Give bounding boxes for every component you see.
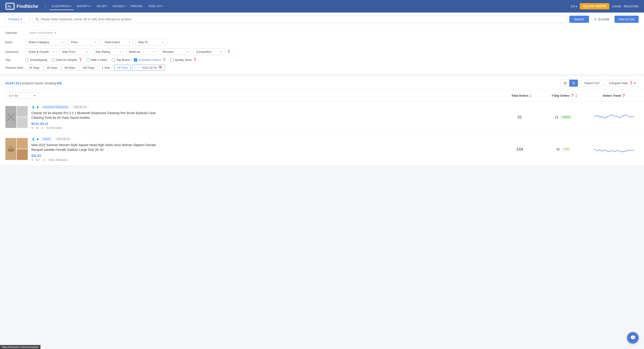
total-orders-col-label: Total Orders <box>512 94 528 97</box>
date-90-days[interactable]: 90 Days <box>62 65 78 71</box>
tag-dropshipping[interactable]: Dropshipping <box>26 58 47 62</box>
exclude-button[interactable]: ▼ Exclude <box>591 16 612 23</box>
advanced-help-icon[interactable]: ❓ <box>227 50 230 54</box>
date-14-days[interactable]: 14 Days <box>26 65 42 71</box>
compare-date-dropdown[interactable]: Compare Date ❓ ▾ <box>606 80 639 86</box>
rating-2: 4.9(21 Reviews) <box>48 158 67 162</box>
order-growth-filter[interactable]: Order & Growth ▾ <box>26 49 57 55</box>
tag-with-video[interactable]: With A Video <box>86 58 107 62</box>
date-30-days[interactable]: 30 Days <box>44 65 60 71</box>
compare-date-help[interactable]: ❓ <box>629 82 633 85</box>
nav-niches[interactable]: NICHES ▾ <box>110 3 128 10</box>
with-video-checkbox[interactable] <box>86 58 90 62</box>
nav-right: EN ▾ SELLER CENTER LOGIN REGISTER <box>571 3 639 10</box>
ship-to-filter[interactable]: Ship To ▾ <box>135 39 166 46</box>
filter-icon: ▼ <box>594 18 597 21</box>
col-total-orders-header: Total Orders ▲▼ <box>504 94 539 98</box>
orders-trend-val-1 <box>590 111 639 123</box>
sold-shopify-label: Sold On Shopify <box>56 58 77 62</box>
order-growth-chevron: ▾ <box>53 51 54 53</box>
logo[interactable]: Fn FindNiche <box>5 3 38 10</box>
date-1-year[interactable]: 1 Year <box>99 65 113 71</box>
top-brand-checkbox[interactable] <box>112 58 115 62</box>
seller-center-button[interactable]: SELLER CENTER <box>580 3 609 10</box>
language-selector[interactable]: EN ▾ <box>571 5 577 8</box>
table-header: Sort By ▾ Total Orders ▲▼ 7-Day Orders ❓… <box>0 90 644 101</box>
price-chevron: ▾ <box>95 41 96 43</box>
nav-pricing[interactable]: PRICING <box>128 3 145 10</box>
orders-trend-val-2 <box>590 143 639 155</box>
list-view-button[interactable]: ☰ <box>569 80 578 87</box>
grid-view-button[interactable]: ⊞ <box>561 80 569 87</box>
sort-by-label: Sort By <box>9 94 18 97</box>
showing-count: 600 <box>57 82 62 85</box>
star-rating-filter[interactable]: Star Rating ▾ <box>92 49 124 55</box>
top-brand-label: Top Brand <box>116 58 130 62</box>
star-rating-label: Star Rating <box>96 50 110 54</box>
total-orders-filter[interactable]: Total Orders ▾ <box>102 39 133 46</box>
register-link[interactable]: REGISTER <box>624 5 639 8</box>
wishlist-count-2: 527 <box>36 158 40 162</box>
export-csv-button[interactable]: Export CSV <box>581 80 604 86</box>
nav-aliexpress[interactable]: ALIEXPRESS ▾ <box>49 3 74 10</box>
dropshipping-label: Dropshipping <box>30 58 47 62</box>
category-tag-1[interactable]: Consumer Electronics <box>41 105 70 109</box>
calendar-icon[interactable]: 📅 <box>158 66 162 69</box>
quality-store-help[interactable]: ❓ <box>193 58 196 62</box>
search-input[interactable] <box>41 18 564 21</box>
login-link[interactable]: LOGIN <box>612 5 621 8</box>
nav-shopify[interactable]: SHOPIFY ▾ <box>74 3 94 10</box>
tag-available-product[interactable]: Available Product ❓ <box>134 58 166 62</box>
basic-filters-row: Basic: Select Category ▾ Price ▾ Total O… <box>5 39 639 46</box>
svg-text:Fn: Fn <box>8 5 11 8</box>
sold-shopify-help[interactable]: ❓ <box>78 58 82 62</box>
advanced-label: Advanced: <box>5 50 23 54</box>
products-count: 83,647,813 <box>5 82 21 85</box>
orders-trend-help[interactable]: ❓ <box>622 94 626 97</box>
tag-top-brand[interactable]: Top Brand <box>112 58 130 62</box>
category-filter[interactable]: Select Category ▾ <box>26 39 66 46</box>
available-product-help[interactable]: ❓ <box>162 58 166 62</box>
tag-quality-store[interactable]: Quality Store ❓ <box>170 58 196 62</box>
brand-name: FindNiche <box>16 4 38 9</box>
competition-filter[interactable]: Competition ▾ <box>193 49 224 55</box>
navbar: Fn FindNiche ALIEXPRESS ▾ SHOPIFY ▾ AD S… <box>0 0 644 13</box>
product-thumbnail-2 <box>17 117 28 128</box>
nav-adspy[interactable]: AD SPY <box>94 3 110 10</box>
search-icon: 🔍 <box>35 18 39 21</box>
total-orders-sort[interactable]: ▲▼ <box>529 94 532 98</box>
sort-by-dropdown[interactable]: Sort By ▾ <box>5 92 39 99</box>
price-filter[interactable]: Price ▾ <box>68 39 99 46</box>
product-title-2[interactable]: New 2022 Summer Women Style Square Head … <box>31 143 166 152</box>
tag-sold-shopify[interactable]: Sold On Shopify ❓ <box>52 58 82 62</box>
date-180-days[interactable]: 180 Days <box>80 65 98 71</box>
category-tag-2[interactable]: Shoes <box>41 137 52 141</box>
play-icon-1: ▶ <box>37 105 39 109</box>
available-product-checkbox[interactable] <box>134 58 137 62</box>
search-button[interactable]: Search <box>569 16 589 23</box>
product-title-1[interactable]: Cleaner Kit for Airpods Pro 3 2 1 Blueto… <box>31 111 166 120</box>
competition-label: Competition <box>196 50 212 54</box>
sold-shopify-checkbox[interactable] <box>52 58 55 62</box>
7day-orders-help[interactable]: ❓ <box>571 94 574 97</box>
date-all-time[interactable]: All Time <box>114 65 130 71</box>
saved-filters-dropdown[interactable]: Select saved filters ▾ <box>26 30 60 36</box>
wishlist-filter[interactable]: WishList ▾ <box>126 49 158 55</box>
ship-to-chevron: ▾ <box>162 41 164 43</box>
product-thumbnail-main <box>5 106 16 128</box>
how-to-use-button[interactable]: How to Use <box>614 16 639 23</box>
product-type-dropdown[interactable]: Product ▾ <box>5 16 30 23</box>
saved-filters-chevron: ▾ <box>54 31 56 35</box>
sort-by-chevron: ▾ <box>34 94 36 97</box>
reviews-filter[interactable]: Reviews ▾ <box>160 49 191 55</box>
ship-from-filter[interactable]: Ship From ▾ <box>59 49 90 55</box>
date-range-tilde: ~ <box>138 66 140 69</box>
saved-filters-row: Selected: Select saved filters ▾ <box>5 30 639 36</box>
quality-store-checkbox[interactable] <box>170 58 174 62</box>
saved-filters-label: Select saved filters <box>29 31 53 35</box>
dropshipping-checkbox[interactable] <box>26 58 28 62</box>
nav-toolkit[interactable]: TOOL KIT ▾ <box>146 3 166 10</box>
7day-count-2: 32 <box>556 147 560 151</box>
7day-orders-sort[interactable]: ▲▼ <box>575 94 577 98</box>
date-range-input[interactable]: -- ~ 2022-06-04 📅 <box>132 65 165 71</box>
